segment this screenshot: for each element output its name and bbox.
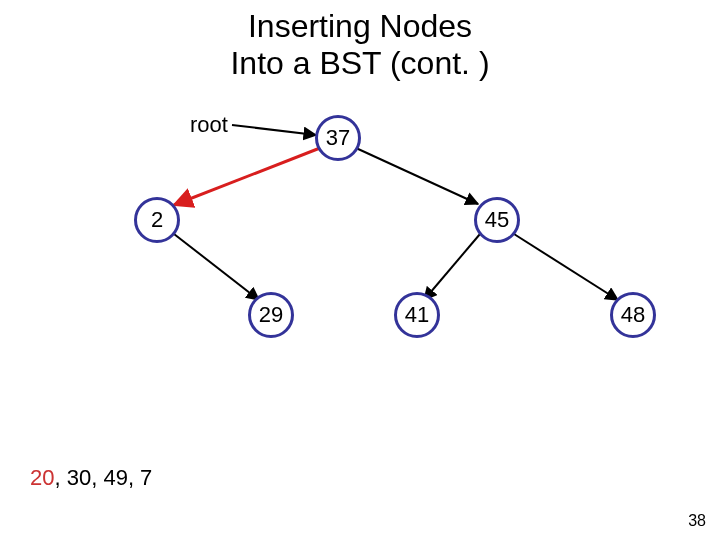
node-41: 41 <box>394 292 440 338</box>
queue-current: 20 <box>30 465 54 490</box>
node-45-value: 45 <box>485 207 509 233</box>
node-2-value: 2 <box>151 207 163 233</box>
slide-title: Inserting Nodes Into a BST (cont. ) <box>0 8 720 82</box>
node-29-value: 29 <box>259 302 283 328</box>
root-label: root <box>190 112 228 138</box>
edge-2-to-29 <box>174 234 259 300</box>
node-41-value: 41 <box>405 302 429 328</box>
queue-rest: , 30, 49, 7 <box>54 465 152 490</box>
edge-root-to-37 <box>232 125 316 135</box>
node-29: 29 <box>248 292 294 338</box>
title-line-1: Inserting Nodes <box>248 8 472 44</box>
node-2: 2 <box>134 197 180 243</box>
node-37: 37 <box>315 115 361 161</box>
edge-37-to-2 <box>174 148 320 205</box>
edge-45-to-41 <box>424 234 480 300</box>
node-45: 45 <box>474 197 520 243</box>
node-48: 48 <box>610 292 656 338</box>
title-line-2: Into a BST (cont. ) <box>230 45 489 81</box>
insertion-queue: 20, 30, 49, 7 <box>30 465 152 491</box>
node-48-value: 48 <box>621 302 645 328</box>
edge-45-to-48 <box>514 234 618 300</box>
page-number: 38 <box>688 512 706 530</box>
edge-37-to-45 <box>356 148 478 204</box>
node-37-value: 37 <box>326 125 350 151</box>
